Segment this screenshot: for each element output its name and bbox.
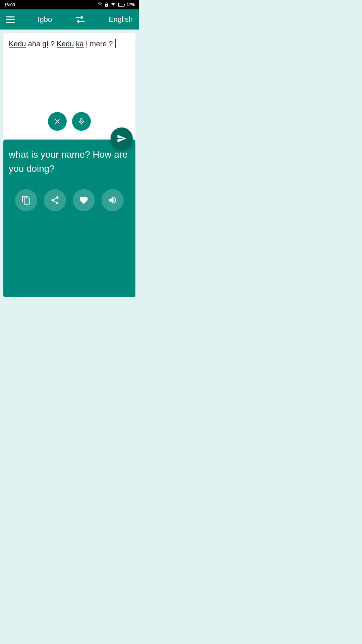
word-gi: gị <box>42 40 48 48</box>
microphone-button[interactable] <box>72 112 91 131</box>
speaker-button[interactable] <box>102 189 124 211</box>
svg-rect-2 <box>118 3 119 6</box>
status-icons: ··· 17% <box>92 2 135 7</box>
svg-rect-1 <box>124 4 125 5</box>
app-header: Igbo English <box>0 9 139 30</box>
output-section: what is your name? How are you doing? <box>3 140 135 297</box>
clear-button[interactable] <box>48 112 67 131</box>
translate-button[interactable] <box>111 127 133 150</box>
target-language-selector[interactable]: English <box>109 15 133 24</box>
share-button[interactable] <box>44 189 66 211</box>
status-bar: 16:03 ··· 17% <box>0 0 139 9</box>
lock-icon <box>104 2 109 7</box>
input-section: Kedu aha gị ? Kedu ka ị mere ? <box>3 33 135 140</box>
signal-icon <box>111 2 116 7</box>
copy-button[interactable] <box>15 189 37 211</box>
alarm-icon <box>97 2 103 7</box>
dots-icon: ··· <box>92 2 96 7</box>
word-i: ị <box>86 40 88 48</box>
battery-percent: 17% <box>127 2 135 7</box>
favorite-button[interactable] <box>73 189 95 211</box>
status-time: 16:03 <box>4 2 15 7</box>
text-cursor <box>115 39 116 48</box>
source-text-input[interactable]: Kedu aha gị ? Kedu ka ị mere ? <box>9 38 130 105</box>
translated-text: what is your name? How are you doing? <box>9 148 130 176</box>
swap-languages-button[interactable] <box>75 15 85 24</box>
menu-button[interactable] <box>6 16 15 23</box>
battery-icon <box>118 2 125 7</box>
word-ka: ka <box>76 40 84 48</box>
output-action-bar <box>9 186 130 211</box>
word-kedu-2: Kedu <box>57 40 74 48</box>
input-action-bar <box>9 112 130 134</box>
source-language-selector[interactable]: Igbo <box>38 15 52 24</box>
word-kedu-1: Kedu <box>9 40 26 48</box>
